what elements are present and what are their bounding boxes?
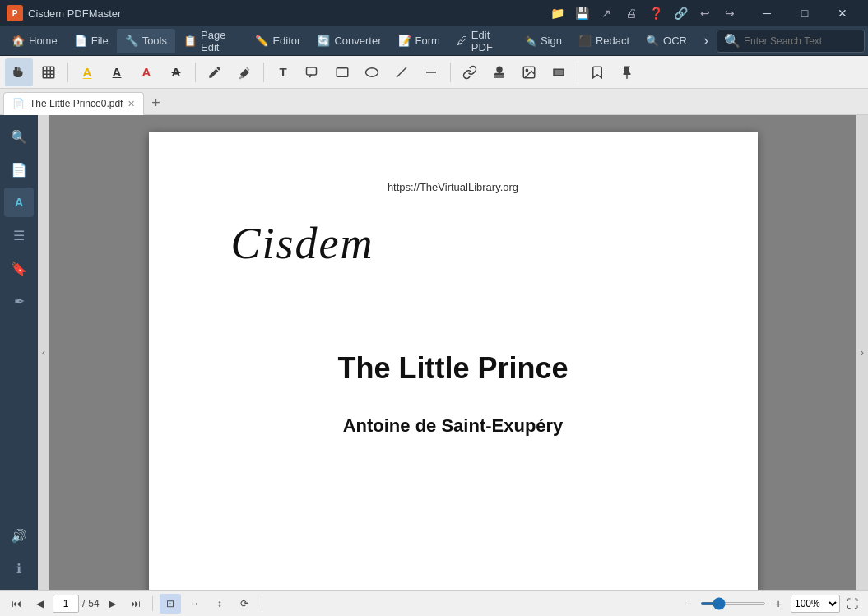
sidebar-pages-button[interactable]: 📄 (4, 155, 34, 184)
print-icon[interactable]: 🖨 (620, 2, 643, 25)
page-number-input[interactable] (53, 595, 79, 613)
tab-pdf[interactable]: 📄 The Little Prince0.pdf ✕ (3, 92, 144, 115)
menu-editor[interactable]: ✏️ Editor (247, 29, 309, 53)
editor-icon: ✏️ (255, 35, 268, 47)
zoom-select[interactable]: 100% 50% 75% 125% 150% 200% (791, 595, 840, 613)
minimize-button[interactable]: ─ (748, 0, 786, 26)
title-icons: 📁 💾 ↗ 🖨 ❓ 🔗 ↩ ↪ (545, 2, 741, 25)
toolbar-separator-1 (67, 63, 68, 82)
text-box-button[interactable]: T (269, 58, 297, 86)
bookmark-button[interactable] (583, 58, 611, 86)
menu-ocr[interactable]: 🔍 OCR (638, 29, 695, 53)
left-sidebar: 🔍 📄 A ☰ 🔖 ✒ 🔊 ℹ (0, 115, 38, 590)
toolbar: A A A A T (0, 56, 868, 89)
sidebar-text-button[interactable]: A (4, 188, 34, 217)
sidebar-bookmarks-button[interactable]: ☰ (4, 220, 34, 250)
toolbar-separator-4 (450, 63, 451, 82)
menu-page-edit[interactable]: 📋 Page Edit (175, 29, 247, 53)
diagonal-line-button[interactable] (388, 58, 415, 86)
menu-redact[interactable]: ⬛ Redact (570, 29, 638, 53)
highlight-yellow-button[interactable]: A (73, 58, 101, 86)
menu-more[interactable]: › (695, 29, 717, 53)
svg-point-7 (366, 67, 378, 76)
pin-button[interactable] (613, 58, 641, 86)
zoom-in-button[interactable]: + (769, 595, 787, 613)
sidebar-signature-button[interactable]: ✒ (4, 286, 34, 316)
new-tab-button[interactable]: + (144, 91, 167, 114)
image-button[interactable] (515, 58, 543, 86)
pen-button[interactable] (201, 58, 229, 86)
open-folder-icon[interactable]: 📁 (545, 2, 569, 25)
last-page-button[interactable]: ⏭ (126, 594, 146, 614)
menu-file[interactable]: 📄 File (66, 29, 117, 53)
expand-button[interactable]: ⛶ (843, 595, 861, 613)
app-name: Cisdem PDFMaster (28, 7, 121, 20)
main-content: 🔍 📄 A ☰ 🔖 ✒ 🔊 ℹ ‹ https://TheVirtualLibr… (0, 115, 868, 590)
stamp-button[interactable] (485, 58, 513, 86)
toolbar-separator-5 (578, 63, 578, 82)
pdf-viewer[interactable]: https://TheVirtualLibrary.org Cisdem The… (49, 115, 856, 590)
menu-home[interactable]: 🏠 Home (3, 29, 66, 53)
sidebar-bookmark-button[interactable]: 🔖 (4, 253, 34, 283)
close-button[interactable]: ✕ (824, 0, 861, 26)
edit-pdf-icon: 🖊 (457, 35, 467, 47)
maximize-button[interactable]: □ (786, 0, 824, 26)
menu-sign[interactable]: ✒️ Sign (515, 29, 570, 53)
share-icon[interactable]: ↗ (595, 2, 618, 25)
svg-rect-0 (43, 67, 54, 78)
select-tool-button[interactable] (35, 58, 63, 86)
rectangle-button[interactable] (328, 58, 356, 86)
menu-bar: 🏠 Home 📄 File 🔧 Tools 📋 Page Edit ✏️ Edi… (0, 26, 868, 56)
form-icon: 📝 (398, 35, 411, 47)
help-icon[interactable]: ❓ (644, 2, 667, 25)
callout-button[interactable] (299, 58, 327, 86)
toolbar-separator-3 (263, 63, 264, 82)
menu-converter[interactable]: 🔄 Converter (309, 29, 389, 53)
tab-close-button[interactable]: ✕ (128, 99, 135, 109)
redact-button[interactable] (545, 58, 573, 86)
eraser-button[interactable] (230, 58, 258, 86)
fit-height-button[interactable]: ↕ (209, 594, 230, 614)
sidebar-search-button[interactable]: 🔍 (4, 122, 34, 151)
tab-label: The Little Prince0.pdf (30, 98, 123, 109)
link-icon[interactable]: 🔗 (669, 2, 692, 25)
zoom-out-button[interactable]: − (679, 595, 697, 613)
app-logo: P (7, 5, 23, 21)
total-pages: 54 (88, 598, 99, 609)
svg-point-11 (526, 69, 527, 71)
link-button[interactable] (456, 58, 484, 86)
svg-rect-5 (307, 67, 317, 75)
zoom-slider[interactable] (700, 602, 766, 605)
prev-page-button[interactable]: ◀ (30, 594, 49, 614)
underline-button[interactable]: A (103, 58, 131, 86)
menu-form[interactable]: 📝 Form (390, 29, 448, 53)
strikethrough-button[interactable]: A (162, 58, 190, 86)
ellipse-button[interactable] (358, 58, 386, 86)
tools-icon: 🔧 (125, 35, 138, 47)
tab-icon: 📄 (12, 98, 25, 109)
svg-rect-6 (337, 67, 348, 76)
sidebar-volume-button[interactable]: 🔊 (4, 521, 34, 550)
fit-page-button[interactable]: ⊡ (160, 594, 181, 614)
menu-edit-pdf[interactable]: 🖊 Edit PDF (448, 29, 515, 53)
zoom-controls: − + 100% 50% 75% 125% 150% 200% ⛶ (679, 595, 861, 613)
hand-tool-button[interactable] (5, 58, 33, 86)
status-sep-2 (262, 596, 262, 611)
sidebar-info-button[interactable]: ℹ (4, 553, 34, 583)
undo-icon[interactable]: ↩ (694, 2, 717, 25)
first-page-button[interactable]: ⏮ (7, 594, 26, 614)
text-color-button[interactable]: A (132, 58, 160, 86)
next-page-button[interactable]: ▶ (103, 594, 123, 614)
toolbar-separator-2 (195, 63, 196, 82)
fit-width-button[interactable]: ↔ (184, 594, 206, 614)
menu-tools[interactable]: 🔧 Tools (117, 29, 175, 53)
search-input[interactable] (744, 35, 867, 47)
converter-icon: 🔄 (317, 35, 330, 47)
line-button[interactable] (417, 58, 445, 86)
collapse-right-button[interactable]: › (856, 115, 868, 590)
collapse-left-button[interactable]: ‹ (38, 115, 49, 590)
rotate-button[interactable]: ⟳ (234, 594, 255, 614)
save-icon[interactable]: 💾 (570, 2, 593, 25)
redo-icon[interactable]: ↪ (718, 2, 741, 25)
pdf-url: https://TheVirtualLibrary.org (215, 181, 692, 193)
